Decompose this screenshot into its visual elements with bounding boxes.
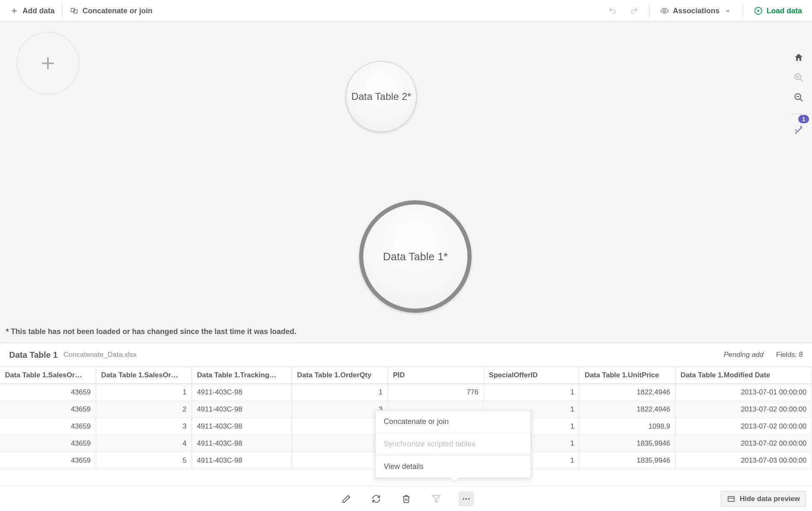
table-cell: 4911-403C-98 <box>192 384 292 401</box>
table-cell: 1098,9 <box>580 418 675 435</box>
col-header[interactable]: PID <box>388 367 484 384</box>
play-circle-icon <box>754 7 762 15</box>
add-table-bubble[interactable] <box>17 32 79 95</box>
load-data-button[interactable]: Load data <box>749 3 807 19</box>
home-button[interactable] <box>792 51 805 64</box>
table-cell: 2013-07-02 00:00:00 <box>675 435 812 452</box>
chevron-down-icon <box>724 7 732 15</box>
canvas-side-rail: 1 <box>791 51 806 137</box>
canvas-footnote: * This table has not been loaded or has … <box>6 327 296 336</box>
table-row[interactable]: 4365914911-403C-98177611822,49462013-07-… <box>0 384 812 401</box>
preview-status: Pending add <box>724 351 763 359</box>
table-cell: 43659 <box>0 401 96 418</box>
table-cell: 2013-07-02 00:00:00 <box>675 418 812 435</box>
recommendations-button[interactable]: 1 <box>792 124 805 137</box>
table-header-row: Data Table 1.SalesOr… Data Table 1.Sales… <box>0 367 812 384</box>
reload-button[interactable] <box>369 491 384 506</box>
table-cell: 43659 <box>0 418 96 435</box>
table-cell: 5 <box>96 452 192 469</box>
table-cell: 43659 <box>0 452 96 469</box>
table-cell: 4 <box>96 435 192 452</box>
edit-button[interactable] <box>339 491 354 506</box>
plus-icon <box>10 7 18 15</box>
svg-line-14 <box>800 99 802 101</box>
bubble-label: Data Table 2* <box>351 91 411 102</box>
hide-preview-button[interactable]: Hide data preview <box>721 491 806 507</box>
table-cell: 776 <box>388 384 484 401</box>
svg-point-19 <box>468 498 470 500</box>
preview-source: Concatenate_Data.xlsx <box>63 351 137 359</box>
table-context-menu: Concatenate or joinSynchronize scripted … <box>375 410 531 478</box>
svg-point-17 <box>462 498 464 500</box>
table-cell: 1 <box>292 435 388 452</box>
context-menu-item: Synchronize scripted tables <box>375 433 531 456</box>
col-header[interactable]: Data Table 1.OrderQty <box>292 367 388 384</box>
col-header[interactable]: Data Table 1.Tracking… <box>192 367 292 384</box>
add-data-button[interactable]: Add data <box>5 3 60 19</box>
zoom-in-button[interactable] <box>792 71 805 84</box>
svg-point-4 <box>663 10 665 12</box>
undo-button[interactable] <box>603 3 622 18</box>
table-cell: 2013-07-03 00:00:00 <box>675 452 812 469</box>
concatenate-icon <box>70 7 78 15</box>
col-header[interactable]: Data Table 1.SalesOr… <box>96 367 192 384</box>
table-bubble-data-table-1[interactable]: Data Table 1* <box>359 200 472 313</box>
menu-pointer <box>450 478 459 482</box>
zoom-out-button[interactable] <box>792 91 805 104</box>
svg-marker-6 <box>757 10 760 12</box>
context-menu-item[interactable]: Concatenate or join <box>375 411 531 433</box>
undo-icon <box>608 7 617 15</box>
table-cell: 1835,9946 <box>580 435 675 452</box>
more-menu-button[interactable] <box>459 491 474 506</box>
preview-header: Data Table 1 Concatenate_Data.xlsx Pendi… <box>0 343 812 367</box>
table-cell: 1 <box>292 384 388 401</box>
table-cell: 1 <box>96 384 192 401</box>
table-cell: 1 <box>484 384 580 401</box>
table-cell: 4911-403C-98 <box>192 452 292 469</box>
concatenate-join-button[interactable]: Concatenate or join <box>65 3 157 19</box>
svg-point-18 <box>465 498 467 500</box>
recommendations-badge: 1 <box>798 115 809 123</box>
data-model-canvas[interactable]: Data Table 2* Data Table 1* * This table… <box>0 22 812 343</box>
table-cell: 4911-403C-98 <box>192 401 292 418</box>
panel-icon <box>727 495 735 503</box>
delete-button[interactable] <box>399 491 414 506</box>
svg-marker-16 <box>432 495 440 502</box>
hide-preview-label: Hide data preview <box>740 495 800 503</box>
context-menu-item[interactable]: View details <box>375 456 531 478</box>
table-cell: 1822,4946 <box>580 401 675 418</box>
concatenate-join-label: Concatenate or join <box>82 7 152 15</box>
table-cell: 4911-403C-98 <box>192 418 292 435</box>
associations-button[interactable]: Associations <box>655 3 737 19</box>
preview-fields-count: Fields: 8 <box>776 351 803 359</box>
toolbar-divider <box>743 4 743 17</box>
svg-line-10 <box>800 79 802 81</box>
redo-button[interactable] <box>625 3 643 18</box>
eye-icon <box>660 7 669 15</box>
top-toolbar: Add data Concatenate or join Association <box>0 0 812 22</box>
associations-label: Associations <box>673 7 720 15</box>
table-cell: 1 <box>292 452 388 469</box>
preview-title: Data Table 1 <box>9 350 57 360</box>
col-header[interactable]: Data Table 1.SalesOr… <box>0 367 96 384</box>
col-header[interactable]: Data Table 1.Modified Date <box>675 367 812 384</box>
filter-button[interactable] <box>429 491 444 506</box>
table-cell: 1 <box>292 418 388 435</box>
redo-icon <box>630 7 638 15</box>
bubble-label: Data Table 1* <box>383 250 448 263</box>
add-data-label: Add data <box>22 7 55 15</box>
table-cell: 4911-403C-98 <box>192 435 292 452</box>
col-header[interactable]: Data Table 1.UnitPrice <box>580 367 675 384</box>
table-cell: 1835,9946 <box>580 452 675 469</box>
rail-divider <box>791 114 806 114</box>
col-header[interactable]: SpecialOfferID <box>484 367 580 384</box>
table-cell: 43659 <box>0 384 96 401</box>
table-cell: 2013-07-01 00:00:00 <box>675 384 812 401</box>
table-cell: 2 <box>96 401 192 418</box>
table-cell: 3 <box>292 401 388 418</box>
svg-rect-20 <box>728 496 735 501</box>
toolbar-divider <box>62 4 62 17</box>
table-bubble-data-table-2[interactable]: Data Table 2* <box>346 61 417 132</box>
table-cell: 1822,4946 <box>580 384 675 401</box>
table-cell: 3 <box>96 418 192 435</box>
